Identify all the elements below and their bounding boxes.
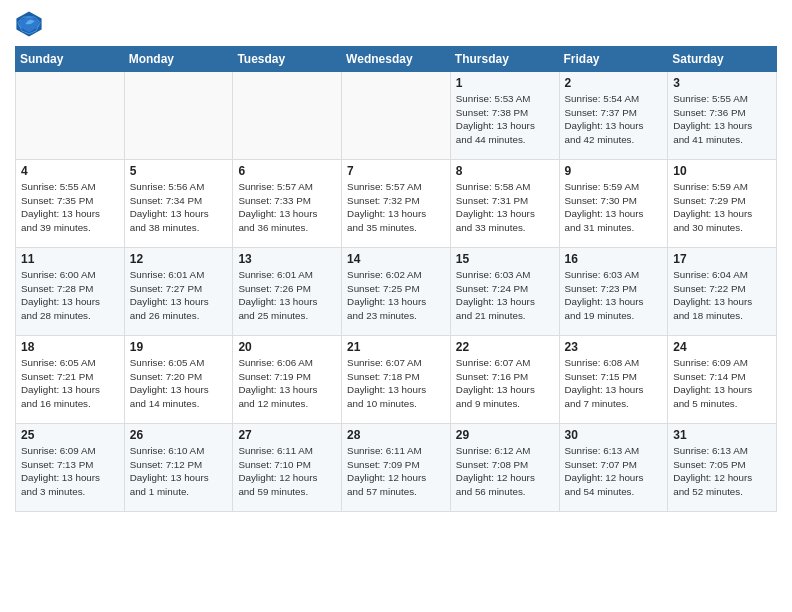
calendar-cell: 11Sunrise: 6:00 AM Sunset: 7:28 PM Dayli… (16, 248, 125, 336)
day-info: Sunrise: 6:09 AM Sunset: 7:13 PM Dayligh… (21, 444, 119, 499)
calendar-cell: 19Sunrise: 6:05 AM Sunset: 7:20 PM Dayli… (124, 336, 233, 424)
calendar-cell (342, 72, 451, 160)
calendar-cell: 9Sunrise: 5:59 AM Sunset: 7:30 PM Daylig… (559, 160, 668, 248)
day-info: Sunrise: 5:59 AM Sunset: 7:30 PM Dayligh… (565, 180, 663, 235)
calendar-cell (233, 72, 342, 160)
calendar-cell: 26Sunrise: 6:10 AM Sunset: 7:12 PM Dayli… (124, 424, 233, 512)
calendar-cell: 29Sunrise: 6:12 AM Sunset: 7:08 PM Dayli… (450, 424, 559, 512)
calendar-cell: 15Sunrise: 6:03 AM Sunset: 7:24 PM Dayli… (450, 248, 559, 336)
calendar-cell: 13Sunrise: 6:01 AM Sunset: 7:26 PM Dayli… (233, 248, 342, 336)
calendar-cell: 28Sunrise: 6:11 AM Sunset: 7:09 PM Dayli… (342, 424, 451, 512)
calendar-cell: 24Sunrise: 6:09 AM Sunset: 7:14 PM Dayli… (668, 336, 777, 424)
day-header-sunday: Sunday (16, 47, 125, 72)
day-number: 1 (456, 76, 554, 90)
day-header-friday: Friday (559, 47, 668, 72)
day-number: 6 (238, 164, 336, 178)
day-number: 30 (565, 428, 663, 442)
calendar-cell: 21Sunrise: 6:07 AM Sunset: 7:18 PM Dayli… (342, 336, 451, 424)
calendar-cell: 6Sunrise: 5:57 AM Sunset: 7:33 PM Daylig… (233, 160, 342, 248)
day-number: 27 (238, 428, 336, 442)
day-info: Sunrise: 5:57 AM Sunset: 7:33 PM Dayligh… (238, 180, 336, 235)
day-info: Sunrise: 6:04 AM Sunset: 7:22 PM Dayligh… (673, 268, 771, 323)
day-header-wednesday: Wednesday (342, 47, 451, 72)
day-number: 18 (21, 340, 119, 354)
day-number: 19 (130, 340, 228, 354)
calendar-cell: 3Sunrise: 5:55 AM Sunset: 7:36 PM Daylig… (668, 72, 777, 160)
week-row-4: 18Sunrise: 6:05 AM Sunset: 7:21 PM Dayli… (16, 336, 777, 424)
day-info: Sunrise: 6:01 AM Sunset: 7:27 PM Dayligh… (130, 268, 228, 323)
calendar-cell: 30Sunrise: 6:13 AM Sunset: 7:07 PM Dayli… (559, 424, 668, 512)
day-header-monday: Monday (124, 47, 233, 72)
day-number: 29 (456, 428, 554, 442)
day-info: Sunrise: 5:56 AM Sunset: 7:34 PM Dayligh… (130, 180, 228, 235)
calendar-cell: 31Sunrise: 6:13 AM Sunset: 7:05 PM Dayli… (668, 424, 777, 512)
calendar-cell: 23Sunrise: 6:08 AM Sunset: 7:15 PM Dayli… (559, 336, 668, 424)
day-info: Sunrise: 6:01 AM Sunset: 7:26 PM Dayligh… (238, 268, 336, 323)
day-number: 21 (347, 340, 445, 354)
day-number: 28 (347, 428, 445, 442)
day-number: 5 (130, 164, 228, 178)
day-info: Sunrise: 6:11 AM Sunset: 7:09 PM Dayligh… (347, 444, 445, 499)
week-row-2: 4Sunrise: 5:55 AM Sunset: 7:35 PM Daylig… (16, 160, 777, 248)
day-info: Sunrise: 6:05 AM Sunset: 7:20 PM Dayligh… (130, 356, 228, 411)
day-info: Sunrise: 5:57 AM Sunset: 7:32 PM Dayligh… (347, 180, 445, 235)
day-number: 22 (456, 340, 554, 354)
calendar-cell: 25Sunrise: 6:09 AM Sunset: 7:13 PM Dayli… (16, 424, 125, 512)
day-number: 20 (238, 340, 336, 354)
calendar-cell: 22Sunrise: 6:07 AM Sunset: 7:16 PM Dayli… (450, 336, 559, 424)
calendar-cell: 20Sunrise: 6:06 AM Sunset: 7:19 PM Dayli… (233, 336, 342, 424)
day-header-tuesday: Tuesday (233, 47, 342, 72)
day-info: Sunrise: 6:03 AM Sunset: 7:23 PM Dayligh… (565, 268, 663, 323)
calendar-cell: 14Sunrise: 6:02 AM Sunset: 7:25 PM Dayli… (342, 248, 451, 336)
logo (15, 10, 45, 38)
calendar-cell: 8Sunrise: 5:58 AM Sunset: 7:31 PM Daylig… (450, 160, 559, 248)
day-number: 15 (456, 252, 554, 266)
day-number: 7 (347, 164, 445, 178)
day-info: Sunrise: 6:00 AM Sunset: 7:28 PM Dayligh… (21, 268, 119, 323)
day-header-saturday: Saturday (668, 47, 777, 72)
day-number: 11 (21, 252, 119, 266)
day-number: 10 (673, 164, 771, 178)
day-info: Sunrise: 6:06 AM Sunset: 7:19 PM Dayligh… (238, 356, 336, 411)
day-number: 17 (673, 252, 771, 266)
day-info: Sunrise: 6:09 AM Sunset: 7:14 PM Dayligh… (673, 356, 771, 411)
day-info: Sunrise: 6:07 AM Sunset: 7:16 PM Dayligh… (456, 356, 554, 411)
page-header (15, 10, 777, 38)
day-info: Sunrise: 6:05 AM Sunset: 7:21 PM Dayligh… (21, 356, 119, 411)
calendar-table: SundayMondayTuesdayWednesdayThursdayFrid… (15, 46, 777, 512)
day-number: 3 (673, 76, 771, 90)
day-info: Sunrise: 6:11 AM Sunset: 7:10 PM Dayligh… (238, 444, 336, 499)
week-row-1: 1Sunrise: 5:53 AM Sunset: 7:38 PM Daylig… (16, 72, 777, 160)
calendar-cell: 18Sunrise: 6:05 AM Sunset: 7:21 PM Dayli… (16, 336, 125, 424)
calendar-cell: 2Sunrise: 5:54 AM Sunset: 7:37 PM Daylig… (559, 72, 668, 160)
day-info: Sunrise: 5:54 AM Sunset: 7:37 PM Dayligh… (565, 92, 663, 147)
week-row-5: 25Sunrise: 6:09 AM Sunset: 7:13 PM Dayli… (16, 424, 777, 512)
calendar-cell: 12Sunrise: 6:01 AM Sunset: 7:27 PM Dayli… (124, 248, 233, 336)
calendar-cell (124, 72, 233, 160)
day-number: 23 (565, 340, 663, 354)
day-info: Sunrise: 6:13 AM Sunset: 7:05 PM Dayligh… (673, 444, 771, 499)
calendar-cell: 10Sunrise: 5:59 AM Sunset: 7:29 PM Dayli… (668, 160, 777, 248)
day-info: Sunrise: 5:55 AM Sunset: 7:36 PM Dayligh… (673, 92, 771, 147)
calendar-cell: 1Sunrise: 5:53 AM Sunset: 7:38 PM Daylig… (450, 72, 559, 160)
calendar-cell: 4Sunrise: 5:55 AM Sunset: 7:35 PM Daylig… (16, 160, 125, 248)
day-info: Sunrise: 6:02 AM Sunset: 7:25 PM Dayligh… (347, 268, 445, 323)
day-number: 25 (21, 428, 119, 442)
day-number: 2 (565, 76, 663, 90)
calendar-cell: 5Sunrise: 5:56 AM Sunset: 7:34 PM Daylig… (124, 160, 233, 248)
day-number: 9 (565, 164, 663, 178)
day-info: Sunrise: 6:13 AM Sunset: 7:07 PM Dayligh… (565, 444, 663, 499)
day-info: Sunrise: 6:12 AM Sunset: 7:08 PM Dayligh… (456, 444, 554, 499)
calendar-cell: 27Sunrise: 6:11 AM Sunset: 7:10 PM Dayli… (233, 424, 342, 512)
day-info: Sunrise: 6:10 AM Sunset: 7:12 PM Dayligh… (130, 444, 228, 499)
day-info: Sunrise: 5:58 AM Sunset: 7:31 PM Dayligh… (456, 180, 554, 235)
day-number: 31 (673, 428, 771, 442)
day-number: 12 (130, 252, 228, 266)
week-row-3: 11Sunrise: 6:00 AM Sunset: 7:28 PM Dayli… (16, 248, 777, 336)
day-info: Sunrise: 6:08 AM Sunset: 7:15 PM Dayligh… (565, 356, 663, 411)
day-info: Sunrise: 6:03 AM Sunset: 7:24 PM Dayligh… (456, 268, 554, 323)
day-info: Sunrise: 5:53 AM Sunset: 7:38 PM Dayligh… (456, 92, 554, 147)
day-info: Sunrise: 5:59 AM Sunset: 7:29 PM Dayligh… (673, 180, 771, 235)
day-number: 14 (347, 252, 445, 266)
day-number: 4 (21, 164, 119, 178)
